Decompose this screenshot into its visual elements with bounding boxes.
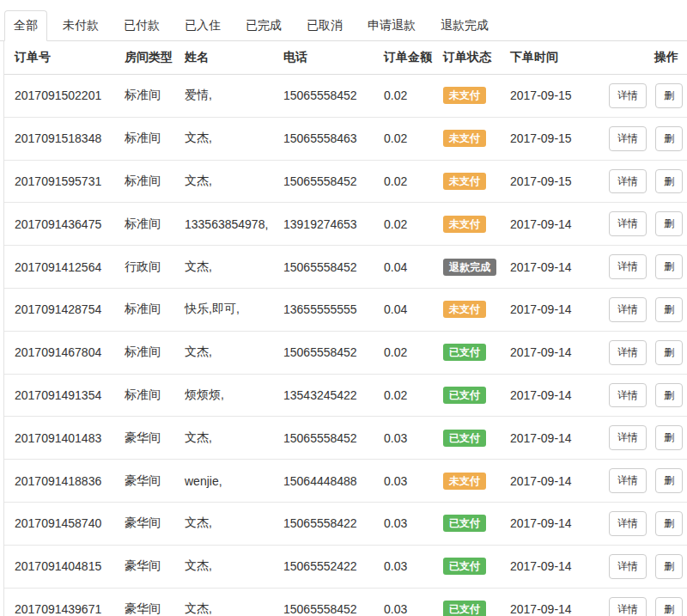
room-type-cell: 豪华间 xyxy=(118,502,178,545)
phone-cell: 15065558452 xyxy=(277,75,377,118)
phone-cell: 13919274653 xyxy=(277,203,377,246)
status-badge: 已支付 xyxy=(443,387,486,404)
detail-button[interactable]: 详情 xyxy=(609,597,647,616)
order-time-cell: 2017-09-14 xyxy=(503,374,597,417)
table-row: 2017091404815 豪华间 文杰, 15065552422 0.03 已… xyxy=(4,545,687,588)
delete-button[interactable]: 删 xyxy=(655,340,683,365)
delete-button[interactable]: 删 xyxy=(655,511,683,536)
header-phone: 电话 xyxy=(277,41,377,75)
room-type-cell: 标准间 xyxy=(118,75,178,118)
detail-button[interactable]: 详情 xyxy=(609,169,647,194)
order-number-cell: 2017091439671 xyxy=(4,588,118,616)
header-order-number: 订单号 xyxy=(4,41,118,75)
order-time-cell: 2017-09-15 xyxy=(503,160,597,203)
order-number-cell: 2017091595731 xyxy=(4,160,118,203)
order-time-cell: 2017-09-14 xyxy=(503,331,597,374)
phone-cell: 15065558463 xyxy=(277,117,377,160)
delete-button[interactable]: 删 xyxy=(655,211,683,236)
orders-panel: 订单号 房间类型 姓名 电话 订单金额 订单状态 下单时间 操作 2017091… xyxy=(3,41,687,616)
order-time-cell: 2017-09-14 xyxy=(503,288,597,331)
amount-cell: 0.04 xyxy=(377,288,436,331)
order-number-cell: 2017091401483 xyxy=(4,417,118,460)
name-cell: 文杰, xyxy=(178,502,277,545)
delete-button[interactable]: 删 xyxy=(655,169,683,194)
room-type-cell: 豪华间 xyxy=(118,545,178,588)
tab-refund-completed[interactable]: 退款完成 xyxy=(431,10,498,41)
room-type-cell: 标准间 xyxy=(118,160,178,203)
delete-button[interactable]: 删 xyxy=(655,254,683,279)
status-badge: 已支付 xyxy=(443,344,486,361)
detail-button[interactable]: 详情 xyxy=(609,254,647,279)
tab-unpaid[interactable]: 未付款 xyxy=(53,10,108,41)
table-row: 2017091436475 标准间 133563854978, 13919274… xyxy=(4,203,687,246)
phone-cell: 13543245422 xyxy=(277,374,377,417)
amount-cell: 0.02 xyxy=(377,160,436,203)
name-cell: 文杰, xyxy=(178,246,277,289)
order-number-cell: 2017091412564 xyxy=(4,246,118,289)
order-number-cell: 2017091458740 xyxy=(4,502,118,545)
phone-cell: 15065558452 xyxy=(277,246,377,289)
room-type-cell: 行政间 xyxy=(118,246,178,289)
room-type-cell: 标准间 xyxy=(118,203,178,246)
header-order-time: 下单时间 xyxy=(503,41,597,75)
amount-cell: 0.04 xyxy=(377,246,436,289)
detail-button[interactable]: 详情 xyxy=(609,383,647,408)
amount-cell: 0.03 xyxy=(377,545,436,588)
phone-cell: 15065558452 xyxy=(277,331,377,374)
status-badge: 退款完成 xyxy=(443,259,496,276)
room-type-cell: 标准间 xyxy=(118,117,178,160)
phone-cell: 15064448488 xyxy=(277,460,377,503)
tab-paid[interactable]: 已付款 xyxy=(114,10,169,41)
delete-button[interactable]: 删 xyxy=(655,468,683,493)
delete-button[interactable]: 删 xyxy=(655,383,683,408)
room-type-cell: 豪华间 xyxy=(118,460,178,503)
delete-button[interactable]: 删 xyxy=(655,554,683,579)
orders-table: 订单号 房间类型 姓名 电话 订单金额 订单状态 下单时间 操作 2017091… xyxy=(4,41,687,616)
table-row: 2017091491354 标准间 烦烦烦, 13543245422 0.02 … xyxy=(4,374,687,417)
order-time-cell: 2017-09-14 xyxy=(503,588,597,616)
detail-button[interactable]: 详情 xyxy=(609,126,647,151)
order-number-cell: 2017091467804 xyxy=(4,331,118,374)
tab-checked-in[interactable]: 已入住 xyxy=(175,10,230,41)
detail-button[interactable]: 详情 xyxy=(609,297,647,322)
name-cell: 文杰, xyxy=(178,331,277,374)
detail-button[interactable]: 详情 xyxy=(609,425,647,450)
header-name: 姓名 xyxy=(178,41,277,75)
table-header-row: 订单号 房间类型 姓名 电话 订单金额 订单状态 下单时间 操作 xyxy=(4,41,687,75)
detail-button[interactable]: 详情 xyxy=(609,83,647,108)
room-type-cell: 标准间 xyxy=(118,288,178,331)
tab-cancelled[interactable]: 已取消 xyxy=(297,10,352,41)
order-number-cell: 2017091404815 xyxy=(4,545,118,588)
delete-button[interactable]: 删 xyxy=(655,425,683,450)
table-row: 2017091502201 标准间 爱情, 15065558452 0.02 未… xyxy=(4,75,687,118)
status-badge: 未支付 xyxy=(443,87,486,104)
amount-cell: 0.03 xyxy=(377,460,436,503)
order-number-cell: 2017091518348 xyxy=(4,117,118,160)
delete-button[interactable]: 删 xyxy=(655,597,683,616)
room-type-cell: 标准间 xyxy=(118,374,178,417)
detail-button[interactable]: 详情 xyxy=(609,511,647,536)
phone-cell: 15065558452 xyxy=(277,160,377,203)
amount-cell: 0.03 xyxy=(377,588,436,616)
table-row: 2017091412564 行政间 文杰, 15065558452 0.04 退… xyxy=(4,246,687,289)
detail-button[interactable]: 详情 xyxy=(609,554,647,579)
header-actions: 操作 xyxy=(597,41,687,75)
delete-button[interactable]: 删 xyxy=(655,83,683,108)
detail-button[interactable]: 详情 xyxy=(609,340,647,365)
detail-button[interactable]: 详情 xyxy=(609,211,647,236)
status-badge: 未支付 xyxy=(443,173,486,190)
phone-cell: 15065558452 xyxy=(277,588,377,616)
room-type-cell: 标准间 xyxy=(118,331,178,374)
table-row: 2017091458740 豪华间 文杰, 15065558422 0.03 已… xyxy=(4,502,687,545)
status-badge: 已支付 xyxy=(443,601,486,616)
tab-all[interactable]: 全部 xyxy=(4,10,47,41)
delete-button[interactable]: 删 xyxy=(655,126,683,151)
name-cell: 文杰, xyxy=(178,417,277,460)
tab-refund-requested[interactable]: 申请退款 xyxy=(358,10,425,41)
delete-button[interactable]: 删 xyxy=(655,297,683,322)
detail-button[interactable]: 详情 xyxy=(609,468,647,493)
order-number-cell: 2017091502201 xyxy=(4,75,118,118)
tab-completed[interactable]: 已完成 xyxy=(236,10,291,41)
status-badge: 已支付 xyxy=(443,515,486,532)
order-time-cell: 2017-09-14 xyxy=(503,203,597,246)
